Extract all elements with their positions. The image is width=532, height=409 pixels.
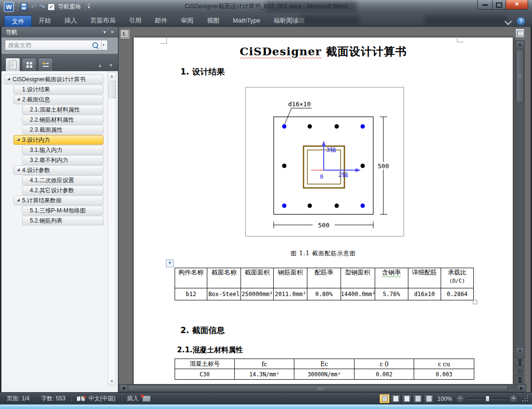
nav-item[interactable]: 4.2.其它设计参数 (22, 186, 103, 195)
word-count[interactable]: 字数: 553 (39, 395, 67, 403)
section-heading-2[interactable]: 2. 截面信息 (180, 325, 225, 336)
scroll-down-icon[interactable]: ▼ (516, 348, 524, 355)
table-header-cell[interactable]: 配筋率 (307, 268, 341, 288)
browse-previous-button[interactable] (515, 358, 525, 367)
horizontal-scrollbar[interactable]: ◀ ▶ (119, 384, 526, 392)
language-indicator[interactable]: 中文(中国) (87, 395, 117, 403)
nav-item[interactable]: 3.1.输入内力 (22, 145, 103, 155)
page-indicator[interactable]: 页面: 1/4 (5, 395, 31, 403)
tab-insert[interactable]: 插入 (58, 14, 84, 27)
tab-mailings[interactable]: 邮件 (148, 14, 174, 27)
minimize-button[interactable] (477, 0, 493, 10)
search-input[interactable] (5, 42, 90, 49)
table-cell[interactable]: 30000N/mm² (294, 369, 355, 380)
nav-item[interactable]: 4.1.二次效应设置 (22, 175, 103, 185)
tab-browse-pages[interactable] (22, 58, 37, 71)
table-cell[interactable]: 0.2864 (441, 288, 473, 300)
scroll-left-icon[interactable]: ◀ (120, 385, 127, 391)
table-cell[interactable]: 0.003 (414, 369, 474, 380)
nav-item[interactable]: CiSDesigner截面设计计算书 (4, 74, 103, 84)
collapse-triangle-icon[interactable] (17, 198, 20, 201)
table-move-handle-icon[interactable]: + (166, 260, 174, 267)
zoom-out-icon[interactable]: − (456, 395, 464, 403)
table-header-cell[interactable]: 型钢面积 (341, 268, 375, 288)
scroll-up-icon[interactable]: ▲ (108, 73, 115, 80)
table-header-cell[interactable]: 构件名称 (175, 268, 207, 288)
scroll-up-icon[interactable]: ▲ (516, 41, 524, 48)
nav-item[interactable]: 2.2.钢筋材料属性 (22, 115, 103, 124)
tab-references[interactable]: 引用 (122, 14, 148, 27)
scrollbar-thumb[interactable] (109, 81, 116, 98)
table-header-cell[interactable]: fc (235, 359, 294, 369)
save-icon[interactable] (20, 3, 28, 11)
print-layout-view-button[interactable] (380, 394, 390, 403)
table-header-cell[interactable]: 截面名称 (207, 268, 241, 288)
macro-record-icon[interactable] (142, 396, 151, 402)
select-browse-object-button[interactable] (515, 366, 525, 375)
nav-item[interactable]: 2.1.混凝土材料属性 (22, 105, 103, 114)
section-heading-1[interactable]: 1. 设计结果 (180, 66, 225, 77)
table-resize-handle[interactable] (473, 300, 477, 304)
tab-page-layout[interactable]: 页面布局 (84, 14, 122, 27)
collapse-triangle-icon[interactable] (17, 98, 20, 100)
scroll-down-icon[interactable]: ▼ (108, 378, 115, 385)
draft-view-button[interactable] (424, 394, 434, 403)
search-dropdown-icon[interactable]: ▾ (101, 40, 107, 50)
zoom-in-icon[interactable]: + (509, 395, 518, 403)
zoom-level[interactable]: 100% (437, 396, 452, 402)
spellcheck-icon[interactable]: × (77, 396, 85, 401)
maximize-button[interactable] (493, 0, 506, 10)
scrollbar-thumb[interactable] (516, 50, 524, 102)
table-cell[interactable]: 0.002 (355, 369, 414, 380)
nav-item[interactable]: 4.设计参数 (13, 165, 103, 175)
tab-mathtype[interactable]: MathType (226, 14, 267, 27)
document-title[interactable]: CiSDesigner 截面设计计算书 (134, 44, 513, 59)
nav-item[interactable]: 5.1.三维P-M-M包络图 (22, 206, 103, 215)
next-heading-icon[interactable]: ▼ (109, 63, 113, 68)
outline-view-button[interactable] (413, 394, 423, 403)
table-cell[interactable]: 14400.0mm² (341, 288, 375, 300)
table-cell[interactable]: d16x10 (408, 288, 441, 300)
table-header-cell[interactable]: Ec (294, 359, 355, 369)
search-box[interactable]: ▾ (5, 40, 108, 50)
tab-review[interactable]: 审阅 (174, 14, 200, 27)
table-header-cell[interactable]: 承载比(D/C) (441, 268, 473, 288)
table-header-cell[interactable]: 钢筋面积 (274, 268, 307, 288)
table-cell[interactable]: 2011.0mm² (274, 288, 307, 300)
table-header-cell[interactable]: ε 0 (355, 359, 414, 369)
table-header-cell[interactable]: ε cu (414, 359, 474, 369)
word-logo-icon[interactable]: W (4, 2, 14, 12)
table-cell[interactable]: 0.80% (307, 288, 341, 300)
nav-item[interactable]: 2.截面信息 (13, 95, 103, 104)
section-figure[interactable]: 3轴 2轴 0 d16×10 (245, 87, 404, 236)
window-resize-grip[interactable] (522, 396, 529, 402)
zoom-slider-thumb[interactable] (485, 396, 490, 402)
nav-item[interactable]: 5.计算结果数据 (13, 196, 103, 205)
tab-file[interactable]: 文件 (4, 15, 32, 27)
zoom-slider[interactable] (467, 395, 507, 402)
table-header-cell[interactable]: 混凝土标号 (175, 359, 235, 369)
nav-item[interactable]: 2.3.截面属性 (22, 125, 103, 135)
qat-dropdown-icon[interactable]: ▾ (88, 4, 90, 9)
help-icon[interactable]: ? (517, 17, 525, 25)
nav-item[interactable]: 3.2.最不利内力 (22, 155, 103, 165)
design-result-table[interactable]: 构件名称 截面名称 截面面积 钢筋面积 配筋率 型钢面积 含钢率 详细配筋 承载… (175, 268, 474, 300)
ruler-toggle-button[interactable] (515, 28, 525, 38)
nav-pane-dropdown-icon[interactable]: ▾ (103, 27, 106, 37)
section-heading-2-1[interactable]: 2.1.混凝土材料属性 (177, 346, 243, 355)
tab-view[interactable]: 视图 (200, 14, 226, 27)
table-header-cell[interactable]: 截面面积 (241, 268, 274, 288)
browse-next-button[interactable] (515, 375, 525, 384)
nav-scrollbar[interactable]: ▲ ▼ (108, 72, 116, 385)
figure-caption[interactable]: 图 1.1 截面配筋示意图 (134, 249, 513, 258)
document-page[interactable]: CiSDesigner 截面设计计算书 1. 设计结果 3轴 2轴 0 (134, 37, 513, 384)
previous-heading-icon[interactable]: ▲ (98, 63, 102, 68)
table-cell[interactable]: Box-Steel (207, 288, 241, 300)
nav-pane-close-icon[interactable]: × (111, 27, 114, 37)
collapse-triangle-icon[interactable] (17, 138, 20, 141)
collapse-triangle-icon[interactable] (17, 168, 20, 171)
table-header-cell[interactable]: 含钢率 (375, 268, 408, 288)
nav-item[interactable]: 5.2.钢筋列表 (22, 216, 103, 225)
scroll-right-icon[interactable]: ▶ (518, 385, 525, 391)
close-button[interactable]: × (506, 0, 528, 10)
